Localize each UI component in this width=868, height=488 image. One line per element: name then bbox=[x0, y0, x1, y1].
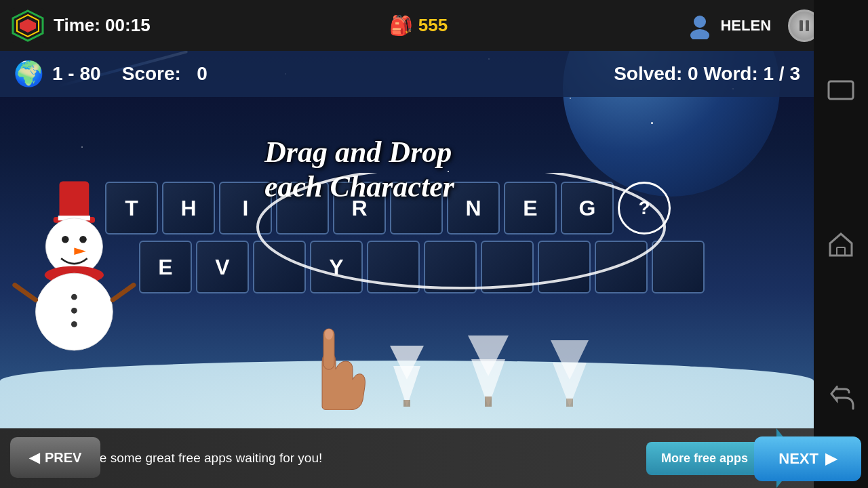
tile-empty-6[interactable] bbox=[481, 241, 534, 293]
tile-empty-4[interactable] bbox=[367, 241, 420, 293]
prev-button[interactable]: ◀ PREV bbox=[10, 437, 100, 478]
tile-E[interactable]: E bbox=[504, 182, 557, 235]
nav-back-button[interactable] bbox=[823, 380, 859, 416]
svg-point-14 bbox=[79, 236, 87, 243]
tile-question[interactable]: ? bbox=[618, 182, 671, 235]
prev-label: PREV bbox=[45, 450, 81, 466]
svg-point-13 bbox=[62, 236, 69, 243]
coin-area: 🎒 555 bbox=[389, 14, 448, 37]
star bbox=[81, 146, 83, 148]
coin-count: 555 bbox=[418, 15, 448, 36]
score-bar: 🌍 1 - 80 Score: 0 Solved: 0 Word: 1 / 3 bbox=[0, 51, 814, 97]
star bbox=[448, 171, 449, 172]
svg-point-21 bbox=[71, 321, 77, 327]
banner-text: There are some great free apps waiting f… bbox=[51, 449, 633, 468]
tile-E2[interactable]: E bbox=[139, 241, 192, 293]
tile-G[interactable]: G bbox=[561, 182, 614, 235]
tiles-row1: T H I R N E G ? bbox=[105, 182, 671, 235]
bottom-banner: There are some great free apps waiting f… bbox=[0, 428, 814, 488]
tile-empty-3[interactable] bbox=[253, 241, 306, 293]
tile-empty-5[interactable] bbox=[424, 241, 477, 293]
tile-empty-9[interactable] bbox=[652, 241, 705, 293]
tile-H[interactable]: H bbox=[162, 182, 215, 235]
globe-icon: 🌍 bbox=[14, 60, 44, 88]
back-icon bbox=[827, 386, 854, 410]
tile-I[interactable]: I bbox=[219, 182, 272, 235]
home-icon bbox=[827, 231, 854, 257]
svg-point-32 bbox=[690, 29, 709, 39]
svg-line-22 bbox=[15, 285, 36, 300]
tiles-row2: E V Y bbox=[139, 241, 705, 293]
svg-point-20 bbox=[71, 308, 77, 314]
svg-point-31 bbox=[694, 16, 706, 28]
star bbox=[651, 122, 653, 124]
svg-point-19 bbox=[71, 294, 77, 300]
star bbox=[570, 98, 571, 99]
username-display: HELEN bbox=[720, 17, 771, 35]
solved-word: Solved: 0 Word: 1 / 3 bbox=[614, 63, 800, 85]
svg-rect-33 bbox=[800, 20, 803, 31]
tile-empty-8[interactable] bbox=[595, 241, 648, 293]
level-text: 1 - 80 bbox=[52, 63, 101, 84]
pause-icon bbox=[796, 18, 812, 34]
svg-marker-36 bbox=[830, 234, 852, 256]
prev-arrow-icon: ◀ bbox=[29, 449, 39, 466]
right-nav bbox=[814, 0, 868, 488]
app-logo bbox=[10, 8, 45, 43]
svg-rect-35 bbox=[829, 81, 853, 99]
svg-rect-10 bbox=[60, 182, 90, 220]
instruction-line1: Drag and Drop bbox=[264, 136, 452, 169]
timer-display: Time: 00:15 bbox=[54, 15, 151, 36]
tile-V[interactable]: V bbox=[196, 241, 249, 293]
score-label: Score: bbox=[122, 63, 181, 84]
tile-empty-1[interactable] bbox=[276, 182, 329, 235]
svg-line-23 bbox=[113, 285, 134, 300]
rectangle-icon bbox=[827, 80, 854, 100]
next-button[interactable]: NEXT ▶ bbox=[754, 436, 861, 481]
coin-icon: 🎒 bbox=[389, 14, 413, 37]
tile-empty-2[interactable] bbox=[390, 182, 443, 235]
tile-N[interactable]: N bbox=[447, 182, 500, 235]
tile-Y[interactable]: Y bbox=[310, 241, 363, 293]
svg-point-26 bbox=[325, 329, 333, 340]
game-area: 🌍 1 - 80 Score: 0 Solved: 0 Word: 1 / 3 … bbox=[0, 0, 814, 488]
score-value: 0 bbox=[197, 63, 208, 84]
svg-rect-34 bbox=[806, 20, 809, 31]
tile-R[interactable]: R bbox=[333, 182, 386, 235]
tile-empty-7[interactable] bbox=[538, 241, 591, 293]
nav-home-button[interactable] bbox=[823, 226, 859, 262]
next-label: NEXT bbox=[778, 450, 818, 468]
user-icon bbox=[686, 12, 713, 39]
nav-rectangle-button[interactable] bbox=[823, 72, 859, 108]
svg-rect-37 bbox=[837, 247, 845, 256]
top-bar: Time: 00:15 🎒 555 HELEN ⋮ bbox=[0, 0, 868, 51]
more-apps-button[interactable]: More free apps bbox=[646, 442, 763, 475]
tile-T[interactable]: T bbox=[105, 182, 158, 235]
next-arrow-icon: ▶ bbox=[825, 450, 837, 468]
level-score: 1 - 80 Score: 0 bbox=[52, 63, 614, 85]
